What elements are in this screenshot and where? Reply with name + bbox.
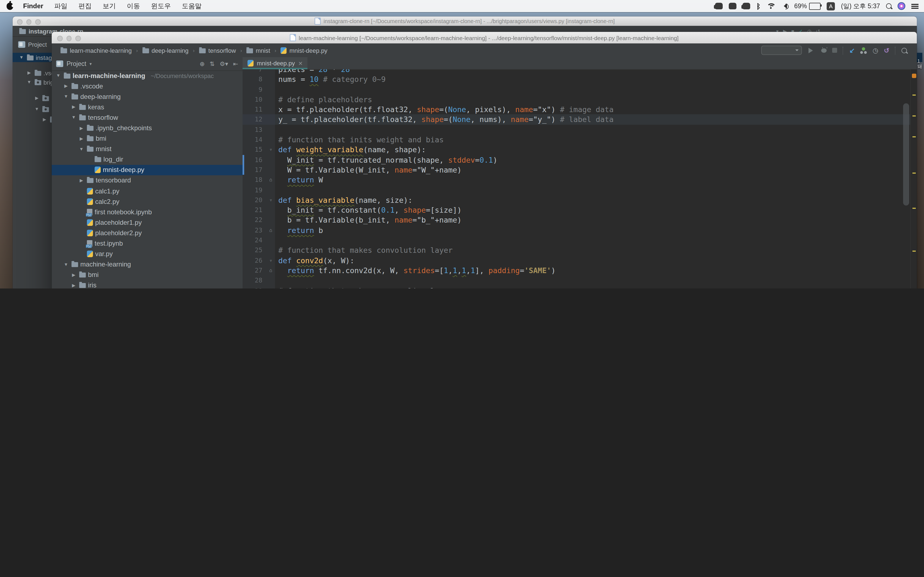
code-line[interactable]: 19 xyxy=(242,185,917,195)
fold-marker-icon[interactable]: ⌂ xyxy=(267,175,275,185)
breadcrumb-item-tensorflow[interactable]: tensorflow xyxy=(198,46,237,55)
tree-row[interactable]: placeholder2.py xyxy=(52,228,242,238)
breadcrumb-item-learnmachinelearning[interactable]: learn-machine-learning xyxy=(60,46,133,55)
tree-arrow-icon[interactable]: ▼ xyxy=(63,262,69,267)
settings-icon[interactable]: ⚙▾ xyxy=(220,60,228,67)
tree-row[interactable]: test.ipynb xyxy=(52,238,242,249)
error-stripe[interactable] xyxy=(910,69,917,288)
code-line[interactable]: 29# function that makes max pooling laye… xyxy=(242,285,917,288)
tree-arrow-icon[interactable]: ▼ xyxy=(26,80,32,85)
tree-row[interactable]: ▼learn-machine-learning~/Documents/works… xyxy=(52,70,242,81)
tree-row[interactable]: first notebook.ipynb xyxy=(52,206,242,217)
tree-arrow-icon[interactable]: ▼ xyxy=(55,73,61,78)
tree-row[interactable]: ▶.ipynb_checkpoints xyxy=(52,123,242,133)
battery-indicator[interactable]: 69% xyxy=(794,2,821,10)
menu-item-finder[interactable]: Finder xyxy=(18,0,48,12)
search-everywhere-icon[interactable] xyxy=(901,48,907,53)
run-config-select[interactable] xyxy=(761,46,802,55)
fold-marker-icon[interactable]: ▿ xyxy=(267,145,275,155)
tree-arrow-icon[interactable]: ▶ xyxy=(63,84,69,89)
menu-item-[interactable]: 윈도우 xyxy=(145,0,176,12)
tree-arrow-icon[interactable]: ▼ xyxy=(70,115,77,120)
tree-arrow-icon[interactable]: ▶ xyxy=(70,105,77,110)
fold-marker-icon[interactable]: ⌂ xyxy=(267,225,275,235)
menu-item-[interactable]: 파일 xyxy=(48,0,73,12)
tree-row-selected[interactable]: mnist-deep.py xyxy=(52,165,242,175)
tree-arrow-icon[interactable]: ▼ xyxy=(18,55,25,60)
close-button[interactable] xyxy=(57,36,62,41)
close-button[interactable] xyxy=(17,19,22,24)
code-line[interactable]: 9 xyxy=(242,84,917,95)
breadcrumb-item-mnistdeeppy[interactable]: mnist-deep.py xyxy=(279,46,328,55)
tree-row[interactable]: ▶.vscode xyxy=(52,81,242,91)
code-line[interactable]: 24 xyxy=(242,235,917,245)
tree-row[interactable]: ▼tensorflow xyxy=(52,112,242,123)
tree-row[interactable]: ▶tensorboard xyxy=(52,175,242,186)
run-icon[interactable] xyxy=(809,48,816,53)
code-line[interactable]: 21 b_init = tf.constant(0.1, shape=[size… xyxy=(242,205,917,215)
code-line[interactable]: 17 W = tf.Variable(W_init, name="W_"+nam… xyxy=(242,165,917,175)
background-window-titlebar[interactable]: instagram-clone-rn [~/Documents/workspac… xyxy=(13,16,917,26)
breadcrumb-item-mnist[interactable]: mnist xyxy=(245,46,271,55)
editor[interactable]: mnist-deep.py ✕ 7pixels = 28 * 288nums =… xyxy=(242,57,917,288)
code-line[interactable]: 23⌂ return b xyxy=(242,225,917,235)
vcs-commit-icon[interactable] xyxy=(861,47,867,53)
code-line[interactable]: 8nums = 10 # category 0~9 xyxy=(242,74,917,85)
main-window[interactable]: learn-machine-learning [~/Documents/work… xyxy=(52,32,917,288)
inspection-warning-marker[interactable] xyxy=(912,74,916,78)
fold-marker-icon[interactable]: ⌂ xyxy=(267,266,275,276)
tree-arrow-icon[interactable]: ▶ xyxy=(78,126,85,131)
tree-row[interactable]: var.py xyxy=(52,249,242,259)
background-project-panel-header[interactable]: Project xyxy=(18,41,47,48)
code-line[interactable]: 26▿def conv2d(x, W): xyxy=(242,255,917,266)
code-line[interactable]: 28 xyxy=(242,275,917,285)
minimize-button[interactable] xyxy=(66,36,71,41)
vcs-rollback-icon[interactable]: ↺ xyxy=(884,47,889,53)
menu-clock[interactable]: (일) 오후 5:37 xyxy=(841,2,880,10)
tree-row[interactable]: log_dir xyxy=(52,155,242,165)
code-line[interactable]: 27⌂ return tf.nn.conv2d(x, W, strides=[1… xyxy=(242,266,917,276)
wifi-icon[interactable] xyxy=(767,3,775,9)
input-source-badge[interactable]: A xyxy=(827,2,835,10)
breadcrumb-item-deeplearning[interactable]: deep-learning xyxy=(141,46,190,55)
apple-menu-icon[interactable] xyxy=(6,2,13,10)
volume-icon[interactable] xyxy=(781,3,787,9)
fold-marker-icon[interactable]: ▿ xyxy=(267,255,275,266)
vcs-history-icon[interactable]: ◷ xyxy=(872,47,878,53)
code-line[interactable]: 15▿def weight_variable(name, shape): xyxy=(242,145,917,155)
code-line[interactable]: 20▿def bias_variable(name, size): xyxy=(242,195,917,205)
editor-scrollbar[interactable] xyxy=(903,103,909,206)
tab-mnist-deep[interactable]: mnist-deep.py ✕ xyxy=(242,57,308,69)
traffic-lights[interactable] xyxy=(17,19,40,24)
code-line[interactable]: 25# function that makes convolution laye… xyxy=(242,245,917,256)
tree-arrow-icon[interactable]: ▼ xyxy=(63,94,69,99)
tree-row[interactable]: ▼machine-learning xyxy=(52,259,242,269)
menu-item-[interactable]: 보기 xyxy=(97,0,121,12)
project-panel-header[interactable]: Project ▾ ⊕ ⇅ ⚙▾ ⇤ xyxy=(52,57,242,71)
hide-panel-icon[interactable]: ⇤ xyxy=(233,60,238,67)
notification-center-icon[interactable] xyxy=(911,3,919,9)
postgres-menu-icon[interactable] xyxy=(715,3,723,9)
code-line[interactable]: 22 b = tf.Variable(b_init, name="b_"+nam… xyxy=(242,215,917,225)
tree-row[interactable]: placeholder1.py xyxy=(52,218,242,228)
chevron-down-icon[interactable]: ▾ xyxy=(90,61,92,66)
traffic-lights[interactable] xyxy=(57,36,81,41)
code-line[interactable]: 11x = tf.placeholder(tf.float32, shape=(… xyxy=(242,105,917,114)
collapse-all-icon[interactable]: ⇅ xyxy=(210,60,215,67)
code-line[interactable]: 12y_ = tf.placeholder(tf.float32, shape=… xyxy=(242,114,917,125)
spotlight-icon[interactable] xyxy=(886,3,892,9)
stop-icon[interactable] xyxy=(832,48,837,53)
code-line[interactable]: 13 xyxy=(242,125,917,135)
titlebar[interactable]: learn-machine-learning [~/Documents/work… xyxy=(52,32,917,44)
vcs-update-icon[interactable]: ↙ xyxy=(850,47,855,53)
tree-row[interactable]: ▶bmi xyxy=(52,133,242,144)
tree-row[interactable]: ▼mnist xyxy=(52,144,242,154)
tree-row[interactable]: calc1.py xyxy=(52,186,242,196)
close-tab-icon[interactable]: ✕ xyxy=(298,60,303,66)
fold-marker-icon[interactable]: ▿ xyxy=(267,195,275,205)
tree-row[interactable]: ▶iris xyxy=(52,280,242,288)
tree-arrow-icon[interactable]: ▶ xyxy=(34,96,40,101)
tree-arrow-icon[interactable]: ▶ xyxy=(78,178,85,183)
tree-arrow-icon[interactable]: ▶ xyxy=(41,117,48,122)
code-line[interactable]: 18⌂ return W xyxy=(242,175,917,185)
